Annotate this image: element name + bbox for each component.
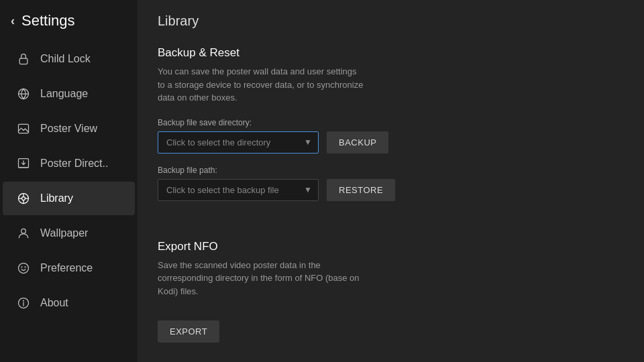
restore-button[interactable]: RESTORE (327, 179, 395, 201)
backup-reset-desc: You can save the poster wall data and us… (158, 65, 366, 105)
main-content: Library Backup & Reset You can save the … (138, 0, 644, 362)
content-area: Backup & Reset You can save the poster w… (138, 40, 644, 362)
backup-path-dropdown-wrapper: Click to select the backup file ▼ (158, 179, 319, 201)
backup-dir-group: Backup file save directory: Click to sel… (158, 118, 624, 166)
library-label: Library (40, 192, 73, 204)
back-icon[interactable]: ‹ (11, 14, 15, 28)
backup-reset-title: Backup & Reset (158, 46, 624, 60)
info-icon (16, 296, 31, 310)
backup-dir-dropdown[interactable]: Click to select the directory (158, 131, 319, 154)
download-icon (16, 156, 31, 171)
globe-icon (16, 86, 31, 101)
smiley-icon (16, 261, 31, 276)
poster-direct-label: Poster Direct.. (40, 158, 108, 170)
backup-path-label: Backup file path: (158, 166, 624, 175)
backup-path-row: Click to select the backup file ▼ RESTOR… (158, 179, 624, 201)
svg-point-5 (22, 197, 25, 200)
person-icon (16, 226, 31, 241)
svg-point-11 (19, 263, 29, 274)
export-button[interactable]: EXPORT (158, 320, 219, 343)
backup-dir-label: Backup file save directory: (158, 118, 624, 127)
sidebar-item-language[interactable]: Language (3, 77, 135, 111)
backup-reset-section: Backup & Reset You can save the poster w… (158, 46, 624, 213)
export-nfo-section: Export NFO Save the scanned video poster… (158, 240, 624, 343)
backup-button[interactable]: BACKUP (327, 131, 388, 154)
sidebar-item-poster-view[interactable]: Poster View (3, 112, 135, 145)
export-nfo-title: Export NFO (158, 240, 624, 253)
page-title: Library (138, 0, 644, 40)
sidebar-header: ‹ Settings (0, 0, 138, 42)
settings-title: Settings (21, 12, 75, 29)
sidebar-nav: Child Lock Language Poster View Poster D… (0, 42, 138, 362)
preference-label: Preference (40, 262, 93, 274)
sidebar-item-library[interactable]: Library (3, 182, 135, 215)
child-lock-label: Child Lock (40, 53, 91, 65)
wallpaper-label: Wallpaper (40, 227, 88, 239)
export-nfo-desc: Save the scanned video poster data in th… (158, 259, 366, 298)
language-label: Language (40, 88, 88, 100)
sidebar-item-about[interactable]: About (3, 286, 135, 320)
sidebar-item-poster-direct[interactable]: Poster Direct.. (3, 147, 135, 180)
svg-point-10 (21, 229, 26, 233)
image-icon (16, 121, 31, 136)
sidebar: ‹ Settings Child Lock Language Poster Vi… (0, 0, 138, 362)
backup-path-group: Backup file path: Click to select the ba… (158, 166, 624, 213)
sidebar-item-preference[interactable]: Preference (3, 251, 135, 285)
library-icon (16, 191, 31, 206)
backup-path-dropdown[interactable]: Click to select the backup file (158, 179, 319, 201)
svg-rect-2 (19, 124, 29, 133)
backup-dir-row: Click to select the directory ▼ BACKUP (158, 131, 624, 154)
sidebar-item-wallpaper[interactable]: Wallpaper (3, 217, 135, 250)
backup-dir-dropdown-wrapper: Click to select the directory ▼ (158, 131, 319, 154)
svg-rect-0 (19, 58, 28, 64)
about-label: About (40, 297, 68, 309)
poster-view-label: Poster View (40, 123, 97, 135)
sidebar-item-child-lock[interactable]: Child Lock (3, 42, 135, 76)
lock-icon (16, 52, 31, 66)
